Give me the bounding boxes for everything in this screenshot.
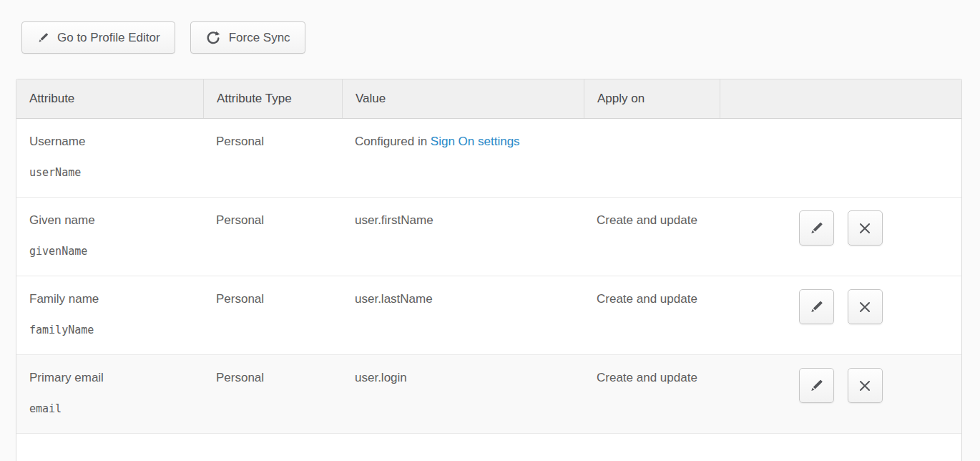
attribute-variable-name: familyName bbox=[29, 323, 190, 338]
attribute-variable-name: email bbox=[29, 402, 190, 417]
pencil-icon bbox=[808, 378, 824, 394]
attribute-cell: Given name givenName bbox=[16, 198, 203, 276]
close-icon bbox=[857, 299, 873, 315]
go-to-profile-editor-button[interactable]: Go to Profile Editor bbox=[21, 21, 175, 54]
close-icon bbox=[857, 220, 873, 236]
table-row: Username userName Personal Configured in… bbox=[16, 119, 961, 198]
attribute-cell: Primary email email bbox=[16, 355, 203, 433]
attribute-display-name: Username bbox=[29, 134, 190, 149]
table-row: Primary email email Personal user.login … bbox=[16, 355, 961, 434]
actions-cell bbox=[720, 276, 961, 354]
edit-attribute-button[interactable] bbox=[799, 368, 834, 403]
header-attribute-type: Attribute Type bbox=[203, 79, 342, 118]
table-row: Family name familyName Personal user.las… bbox=[16, 276, 961, 355]
attribute-mapping-table: Attribute Attribute Type Value Apply on … bbox=[16, 79, 962, 461]
apply-on-cell: Create and update bbox=[584, 276, 720, 354]
actions-cell bbox=[720, 198, 961, 276]
value-prefix-text: Configured in bbox=[355, 135, 431, 148]
attribute-type-cell: Personal bbox=[203, 276, 342, 354]
edit-attribute-button[interactable] bbox=[799, 289, 834, 324]
pencil-icon bbox=[36, 31, 49, 44]
attribute-variable-name: givenName bbox=[29, 244, 190, 259]
attribute-type-cell: Personal bbox=[203, 355, 342, 433]
refresh-icon bbox=[205, 30, 221, 46]
edit-attribute-button[interactable] bbox=[799, 210, 834, 246]
actions-cell bbox=[720, 355, 961, 433]
attribute-display-name: Primary email bbox=[29, 370, 190, 385]
attribute-type-cell: Personal bbox=[203, 119, 342, 197]
remove-attribute-button[interactable] bbox=[848, 289, 883, 324]
header-value: Value bbox=[342, 79, 584, 118]
close-icon bbox=[857, 378, 873, 394]
attribute-variable-name: userName bbox=[29, 165, 190, 180]
apply-on-cell: Create and update bbox=[584, 198, 720, 276]
force-sync-button[interactable]: Force Sync bbox=[190, 21, 305, 54]
attribute-type-cell: Personal bbox=[203, 198, 342, 276]
attribute-cell: Family name familyName bbox=[16, 276, 203, 354]
header-actions bbox=[720, 79, 961, 118]
table-header-row: Attribute Attribute Type Value Apply on bbox=[16, 79, 961, 119]
actions-cell bbox=[720, 119, 961, 197]
header-attribute: Attribute bbox=[16, 79, 203, 118]
table-row bbox=[16, 434, 961, 461]
attribute-display-name: Family name bbox=[29, 291, 190, 306]
attribute-cell: Username userName bbox=[16, 119, 203, 197]
apply-on-cell: Create and update bbox=[584, 355, 720, 433]
pencil-icon bbox=[808, 220, 824, 236]
go-to-profile-editor-label: Go to Profile Editor bbox=[57, 31, 160, 45]
remove-attribute-button[interactable] bbox=[848, 210, 883, 246]
remove-attribute-button[interactable] bbox=[848, 368, 883, 403]
toolbar: Go to Profile Editor Force Sync bbox=[0, 0, 980, 54]
value-cell: Configured in Sign On settings bbox=[342, 119, 584, 197]
table-row: Given name givenName Personal user.first… bbox=[16, 198, 961, 276]
value-cell: user.login bbox=[342, 355, 584, 433]
pencil-icon bbox=[808, 299, 824, 315]
attribute-display-name: Given name bbox=[29, 213, 190, 228]
force-sync-label: Force Sync bbox=[229, 31, 290, 45]
value-cell: user.lastName bbox=[342, 276, 584, 354]
header-apply-on: Apply on bbox=[584, 79, 720, 118]
value-cell: user.firstName bbox=[342, 198, 584, 276]
sign-on-settings-link[interactable]: Sign On settings bbox=[431, 135, 520, 148]
apply-on-cell bbox=[584, 119, 720, 197]
